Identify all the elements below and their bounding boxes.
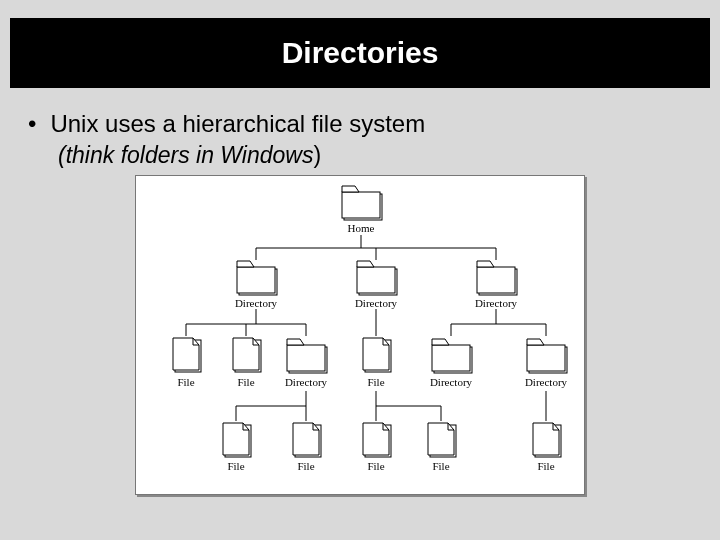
hierarchy-diagram: .lbl { font-family: 'Times New Roman', s… xyxy=(135,175,585,495)
node-directory: Directory xyxy=(430,376,473,388)
file-icon xyxy=(428,423,456,457)
file-icon xyxy=(363,423,391,457)
folder-icon xyxy=(342,186,382,220)
folder-icon xyxy=(477,261,517,295)
node-file: File xyxy=(227,460,244,472)
folder-icon xyxy=(357,261,397,295)
file-icon xyxy=(233,338,261,372)
folder-icon xyxy=(237,261,277,295)
node-directory: Directory xyxy=(235,297,278,309)
folder-icon xyxy=(287,339,327,373)
node-file: File xyxy=(537,460,554,472)
node-file: File xyxy=(432,460,449,472)
node-file: File xyxy=(237,376,254,388)
folder-icon xyxy=(432,339,472,373)
node-directory: Directory xyxy=(475,297,518,309)
slide-title: Directories xyxy=(10,18,710,88)
bullet-line: • Unix uses a hierarchical file system xyxy=(28,110,692,138)
node-directory: Directory xyxy=(285,376,328,388)
node-file: File xyxy=(177,376,194,388)
node-file: File xyxy=(367,376,384,388)
file-icon xyxy=(293,423,321,457)
node-file: File xyxy=(367,460,384,472)
file-icon xyxy=(363,338,391,372)
file-icon xyxy=(173,338,201,372)
folder-icon xyxy=(527,339,567,373)
bullet-text: Unix uses a hierarchical file system xyxy=(50,110,425,138)
bullet-hint: (think folders in Windows) xyxy=(58,142,720,169)
file-icon xyxy=(533,423,561,457)
node-directory: Directory xyxy=(355,297,398,309)
bullet-dot: • xyxy=(28,110,36,138)
node-directory: Directory xyxy=(525,376,568,388)
file-icon xyxy=(223,423,251,457)
node-file: File xyxy=(297,460,314,472)
node-home: Home xyxy=(348,222,375,234)
